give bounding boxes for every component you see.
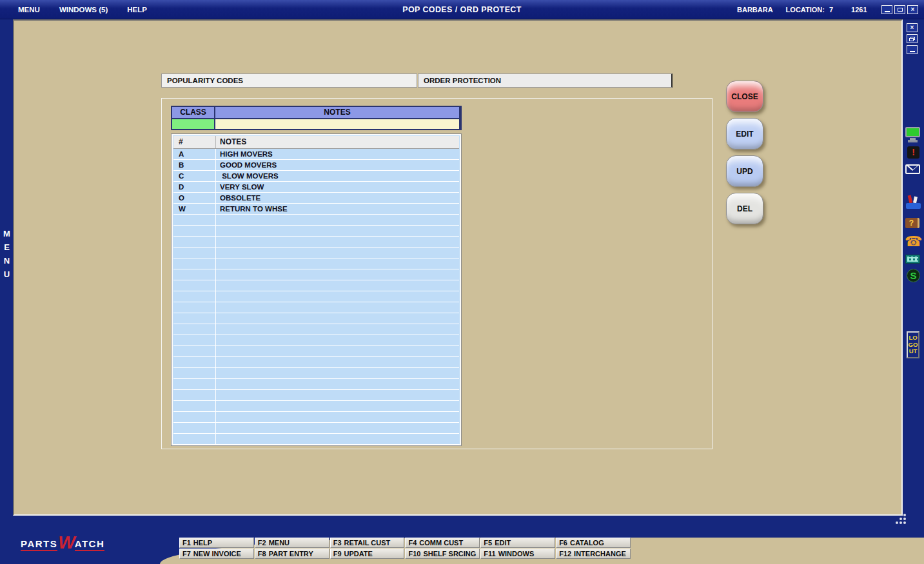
- logo-parts: PARTS: [21, 538, 57, 551]
- fkey-button[interactable]: F2 MENU: [255, 538, 329, 548]
- table-row[interactable]: B GOOD MOVERS: [173, 160, 459, 171]
- table-row-empty[interactable]: [173, 269, 459, 280]
- row-class-code: A: [173, 149, 216, 159]
- table-row-empty[interactable]: [173, 280, 459, 291]
- fkey-button[interactable]: F12 INTERCHANGE: [556, 549, 631, 559]
- table-row-empty[interactable]: [173, 291, 459, 302]
- monitor-icon[interactable]: [905, 127, 920, 137]
- table-row-empty[interactable]: [173, 302, 459, 313]
- partswatch-logo: PARTSWATCH: [21, 531, 104, 552]
- window-controls: ×: [881, 5, 918, 14]
- table-row-empty[interactable]: [173, 324, 459, 335]
- fkey-key: F1: [182, 538, 191, 547]
- list-header: # NOTES: [173, 136, 459, 149]
- row-note: VERY SLOW: [216, 182, 459, 192]
- fkey-button[interactable]: F10 SHELF SRCING: [405, 549, 480, 559]
- fkey-key: F3: [333, 538, 342, 547]
- table-row-empty[interactable]: [173, 412, 459, 423]
- row-class-code: B: [173, 160, 216, 170]
- row-note: GOOD MOVERS: [216, 160, 459, 170]
- fkey-button[interactable]: F9 UPDATE: [330, 549, 405, 559]
- fkey-button[interactable]: F1 HELP: [179, 538, 254, 548]
- maximize-button[interactable]: [894, 5, 905, 14]
- table-row-empty[interactable]: [173, 335, 459, 346]
- fkey-label: PART ENTRY: [269, 549, 313, 558]
- calculator-icon[interactable]: [905, 255, 920, 264]
- sidebar-close-button[interactable]: ×: [907, 23, 918, 32]
- fkey-button[interactable]: F3 RETAIL CUST: [330, 538, 405, 548]
- codes-list[interactable]: # NOTES A HIGH MOVERS B GOOD MOVERS C SL…: [171, 133, 462, 446]
- fkey-button[interactable]: F8 PART ENTRY: [255, 549, 329, 559]
- table-row-empty[interactable]: [173, 379, 459, 390]
- table-row-empty[interactable]: [173, 434, 459, 445]
- table-row-empty[interactable]: [173, 401, 459, 412]
- fkey-label: COMM CUST: [419, 538, 463, 547]
- fkey-key: F7: [182, 549, 191, 558]
- fkey-label: HELP: [193, 538, 212, 547]
- menu-item-menu[interactable]: MENU: [18, 6, 40, 14]
- sidebar-restore-button[interactable]: [907, 34, 918, 43]
- fkey-label: INTERCHANGE: [574, 549, 626, 558]
- table-row-empty[interactable]: [173, 346, 459, 357]
- fkey-key: F11: [484, 549, 495, 558]
- sidebar-minimize-button[interactable]: [907, 45, 918, 54]
- supplies-icon[interactable]: [906, 195, 921, 209]
- fkey-key: F10: [408, 549, 420, 558]
- row-class-code: W: [173, 204, 216, 214]
- menu-item-windows[interactable]: WINDOWS (5): [59, 6, 108, 14]
- table-row[interactable]: C SLOW MOVERS: [173, 171, 459, 182]
- function-key-bar: F1 HELP F2 MENU F3 RETAIL CUST F4 COMM C…: [179, 538, 631, 559]
- alert-icon[interactable]: !: [907, 146, 919, 159]
- fkey-button[interactable]: F7 NEW INVOICE: [179, 549, 254, 559]
- s-badge-icon[interactable]: S: [907, 269, 920, 282]
- table-row-empty[interactable]: [173, 237, 459, 248]
- table-row[interactable]: W RETURN TO WHSE: [173, 204, 459, 215]
- table-row[interactable]: D VERY SLOW: [173, 182, 459, 193]
- action-button[interactable]: EDIT: [726, 118, 763, 150]
- fkey-label: UPDATE: [344, 549, 373, 558]
- table-row-empty[interactable]: [173, 215, 459, 226]
- fkey-button[interactable]: F11 WINDOWS: [480, 549, 555, 559]
- notes-input[interactable]: [215, 119, 459, 129]
- table-row-empty[interactable]: [173, 390, 459, 401]
- table-row-empty[interactable]: [173, 248, 459, 258]
- table-row-empty[interactable]: [173, 226, 459, 237]
- fkey-button[interactable]: F6 CATALOG: [556, 538, 631, 548]
- help-book-icon[interactable]: ?: [905, 218, 919, 228]
- list-header-number: #: [173, 136, 216, 148]
- action-button[interactable]: UPD: [726, 155, 763, 187]
- fkey-row-2: F7 NEW INVOICE F8 PART ENTRY F9 UPDATE F…: [179, 549, 631, 559]
- fkey-key: F6: [559, 538, 567, 547]
- logout-button[interactable]: LOGOUT: [907, 331, 919, 358]
- fkey-label: CATALOG: [570, 538, 604, 547]
- resize-grip[interactable]: [903, 514, 906, 516]
- table-row-empty[interactable]: [173, 313, 459, 324]
- row-class-code: C: [173, 171, 216, 181]
- user-name: BARBARA: [737, 6, 773, 14]
- tab-order-protection[interactable]: ORDER PROTECTION: [418, 73, 673, 88]
- class-input[interactable]: [172, 119, 214, 129]
- table-row[interactable]: O OBSOLETE: [173, 193, 459, 204]
- row-note: HIGH MOVERS: [216, 149, 459, 159]
- fkey-key: F2: [258, 538, 266, 547]
- mail-icon[interactable]: [905, 164, 920, 174]
- menu-item-help[interactable]: HELP: [127, 6, 147, 14]
- phone-icon[interactable]: ☎: [905, 233, 921, 250]
- table-row-empty[interactable]: [173, 423, 459, 434]
- location-label: LOCATION:: [786, 6, 825, 14]
- minimize-button[interactable]: [881, 5, 892, 14]
- fkey-key: F12: [559, 549, 571, 558]
- tab-popularity-codes[interactable]: POPULARITY CODES: [161, 73, 417, 88]
- grid-rows: A HIGH MOVERS B GOOD MOVERS C SLOW MOVER…: [173, 149, 459, 445]
- action-button[interactable]: CLOSE: [726, 81, 763, 112]
- fkey-button[interactable]: F4 COMM CUST: [405, 538, 480, 548]
- action-button[interactable]: DEL: [726, 193, 763, 224]
- fkey-button[interactable]: F5 EDIT: [480, 538, 555, 548]
- table-row[interactable]: A HIGH MOVERS: [173, 149, 459, 160]
- close-button[interactable]: ×: [907, 5, 918, 14]
- station-number: 1261: [851, 6, 867, 14]
- table-row-empty[interactable]: [173, 258, 459, 269]
- table-row-empty[interactable]: [173, 357, 459, 368]
- sidebar-menu-tab[interactable]: MENU: [2, 227, 12, 281]
- table-row-empty[interactable]: [173, 368, 459, 379]
